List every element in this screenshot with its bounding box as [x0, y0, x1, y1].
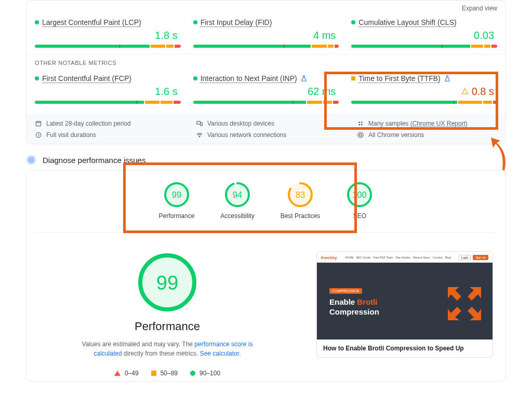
- metric-label: Time to First Byte (TTFB): [358, 74, 440, 83]
- gauge-label: Performance: [159, 212, 195, 220]
- square-amber-icon: [351, 76, 355, 80]
- gauge-ring-icon: 83: [287, 181, 314, 208]
- preview-signup: Sign Up: [473, 255, 488, 260]
- section-indicator-icon: [26, 155, 36, 165]
- gauge-ring-icon: 94: [224, 181, 251, 208]
- core-metrics-row: Largest Contentful Paint (LCP) 1.8 s Fir…: [26, 12, 506, 54]
- svg-point-5: [199, 136, 200, 137]
- preview-logo: Kwebby: [321, 255, 337, 260]
- gauge-best practices[interactable]: 83 Best Practices: [281, 181, 321, 220]
- core-metric-0[interactable]: Largest Contentful Paint (LCP) 1.8 s: [35, 18, 181, 48]
- svg-rect-3: [197, 121, 201, 124]
- svg-text:100: 100: [353, 190, 367, 200]
- svg-point-9: [361, 124, 363, 126]
- circle-green-icon: [190, 371, 195, 376]
- metric-value: 0.8 s: [472, 86, 494, 98]
- wifi-icon: [196, 131, 203, 139]
- clock-icon: [35, 131, 42, 139]
- metric-distribution-bar: [351, 45, 497, 48]
- crux-report-link[interactable]: Chrome UX Report: [413, 120, 466, 127]
- dot-green-icon: [193, 20, 197, 24]
- hero-arrows-icon: [444, 283, 480, 319]
- gauge-accessibility[interactable]: 94 Accessibility: [220, 181, 254, 220]
- svg-rect-0: [36, 121, 41, 126]
- samples-icon: [357, 120, 364, 127]
- other-metric-2[interactable]: Time to First Byte (TTFB) 0.8 s: [351, 74, 497, 104]
- big-performance-gauge: 99: [136, 251, 198, 314]
- core-metric-1[interactable]: First Input Delay (FID) 4 ms: [193, 18, 339, 48]
- metric-distribution-bar: [35, 101, 181, 104]
- preview-nav: HOMESEO GuideFree PDF ToolsSite Articles…: [345, 256, 451, 259]
- preview-nav-item: SEO Guide: [356, 256, 370, 259]
- metric-distribution-bar: [351, 101, 497, 104]
- performance-detail-row: 99 Performance Values are estimated and …: [26, 233, 506, 381]
- preview-hero: COMPRESSION Enable Brotli Compression: [317, 263, 493, 339]
- gauge-performance[interactable]: 99 Performance: [159, 181, 195, 220]
- gauge-label: Accessibility: [220, 212, 254, 220]
- legend-good: 90–100: [190, 370, 220, 377]
- preview-topbar: Kwebby HOMESEO GuideFree PDF ToolsSite A…: [317, 252, 493, 263]
- other-metrics-header: OTHER NOTABLE METRICS: [26, 54, 506, 68]
- dot-green-icon: [193, 76, 197, 80]
- gauge-label: Best Practices: [281, 212, 321, 220]
- preview-nav-item: HOME: [345, 256, 354, 259]
- experimental-flask-icon: [300, 75, 308, 82]
- preview-nav-item: Free PDF Tools: [373, 256, 393, 259]
- calendar-icon: [35, 120, 42, 127]
- devices-text: Various desktop devices: [207, 120, 274, 127]
- other-metric-1[interactable]: Interaction to Next Paint (INP) 62 ms: [193, 74, 339, 104]
- gauge-seo[interactable]: 100 SEO: [346, 181, 373, 220]
- metric-label: Largest Contentful Paint (LCP): [42, 18, 141, 26]
- samples-text: Many samples (Chrome UX Report): [368, 120, 468, 127]
- diagnose-title: Diagnose performance issues: [43, 156, 145, 165]
- lighthouse-card: 99 Performance 94 Accessibility 83 Best …: [26, 170, 506, 382]
- collection-period-text: Latest 28-day collection period: [46, 120, 131, 127]
- core-metric-2[interactable]: Cumulative Layout Shift (CLS) 0.03: [351, 18, 497, 48]
- triangle-warn-icon: [461, 86, 469, 98]
- svg-point-8: [358, 124, 360, 126]
- see-calculator-link[interactable]: See calculator.: [200, 350, 241, 357]
- dot-green-icon: [351, 20, 355, 24]
- devices-icon: [196, 120, 203, 127]
- experimental-flask-icon: [444, 75, 451, 82]
- svg-rect-4: [201, 123, 203, 126]
- chrome-icon: [357, 131, 364, 139]
- network-text: Various network connections: [207, 131, 287, 139]
- svg-point-6: [358, 121, 360, 123]
- other-metric-0[interactable]: First Contentful Paint (FCP) 1.6 s: [35, 74, 181, 104]
- svg-text:94: 94: [233, 190, 243, 200]
- legend-mid: 50–89: [151, 370, 178, 377]
- legend-bad: 0–49: [114, 370, 139, 377]
- preview-caption: How to Enable Brotli Compression to Spee…: [317, 339, 493, 357]
- data-origin-footer: Latest 28-day collection period Full vis…: [26, 114, 506, 144]
- metric-label: First Input Delay (FID): [201, 18, 272, 26]
- preview-tag: COMPRESSION: [329, 288, 362, 294]
- square-amber-icon: [151, 371, 156, 376]
- svg-point-7: [361, 121, 363, 123]
- preview-nav-item: Site Articles: [395, 256, 410, 259]
- big-gauge-label: Performance: [135, 320, 200, 333]
- dot-green-icon: [35, 20, 39, 24]
- metric-value: 1.6 s: [155, 86, 177, 98]
- svg-text:99: 99: [172, 190, 182, 200]
- gauge-ring-icon: 99: [163, 181, 190, 208]
- svg-text:99: 99: [156, 271, 179, 294]
- gauge-row: 99 Performance 94 Accessibility 83 Best …: [26, 171, 506, 232]
- svg-text:83: 83: [296, 190, 305, 200]
- preview-nav-item: Blog: [445, 256, 451, 259]
- svg-point-11: [360, 134, 362, 137]
- site-preview-card: Kwebby HOMESEO GuideFree PDF ToolsSite A…: [316, 251, 493, 358]
- triangle-red-icon: [114, 371, 121, 376]
- metric-distribution-bar: [193, 45, 339, 48]
- expand-view-link[interactable]: Expand view: [462, 5, 497, 12]
- other-metrics-row: First Contentful Paint (FCP) 1.6 s Inter…: [26, 68, 506, 110]
- preview-nav-item: Contact: [433, 256, 443, 259]
- preview-hero-title: Enable Brotli Compression: [329, 297, 379, 317]
- metric-label: Cumulative Layout Shift (CLS): [358, 18, 456, 26]
- metric-value: 0.03: [474, 30, 494, 42]
- metric-label: First Contentful Paint (FCP): [42, 74, 131, 83]
- preview-login: Login: [459, 255, 471, 260]
- gauge-label: SEO: [353, 212, 366, 220]
- perf-description: Values are estimated and may vary. The p…: [79, 339, 256, 358]
- metric-value: 62 ms: [308, 86, 336, 98]
